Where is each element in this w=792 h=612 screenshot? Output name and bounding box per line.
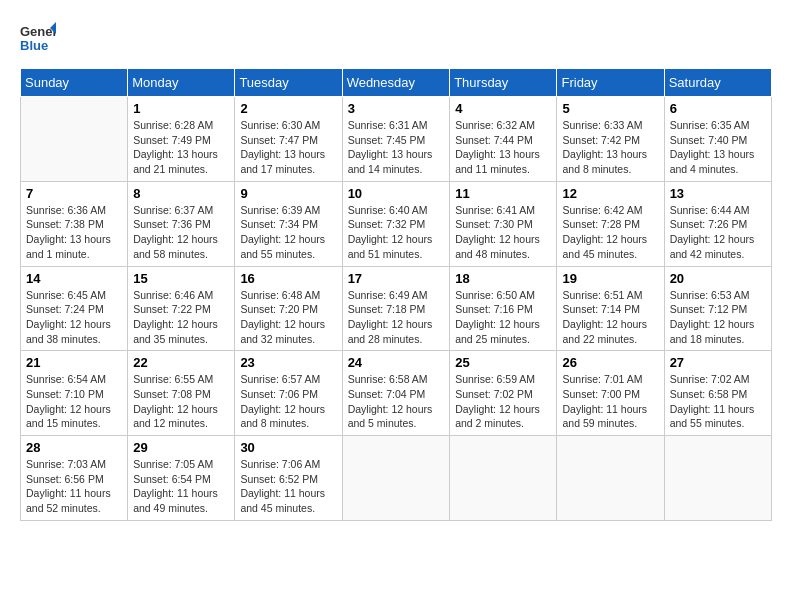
day-number: 15 bbox=[133, 271, 229, 286]
calendar-cell: 21Sunrise: 6:54 AMSunset: 7:10 PMDayligh… bbox=[21, 351, 128, 436]
day-number: 29 bbox=[133, 440, 229, 455]
day-number: 4 bbox=[455, 101, 551, 116]
day-number: 11 bbox=[455, 186, 551, 201]
calendar-cell: 26Sunrise: 7:01 AMSunset: 7:00 PMDayligh… bbox=[557, 351, 664, 436]
day-number: 1 bbox=[133, 101, 229, 116]
calendar-cell: 1Sunrise: 6:28 AMSunset: 7:49 PMDaylight… bbox=[128, 97, 235, 182]
day-number: 17 bbox=[348, 271, 445, 286]
day-info: Sunrise: 6:46 AMSunset: 7:22 PMDaylight:… bbox=[133, 288, 229, 347]
calendar-cell: 20Sunrise: 6:53 AMSunset: 7:12 PMDayligh… bbox=[664, 266, 771, 351]
calendar-week-2: 7Sunrise: 6:36 AMSunset: 7:38 PMDaylight… bbox=[21, 181, 772, 266]
day-number: 12 bbox=[562, 186, 658, 201]
calendar-cell: 25Sunrise: 6:59 AMSunset: 7:02 PMDayligh… bbox=[450, 351, 557, 436]
day-info: Sunrise: 6:45 AMSunset: 7:24 PMDaylight:… bbox=[26, 288, 122, 347]
day-info: Sunrise: 6:35 AMSunset: 7:40 PMDaylight:… bbox=[670, 118, 766, 177]
day-number: 8 bbox=[133, 186, 229, 201]
calendar-cell bbox=[557, 436, 664, 521]
calendar-cell: 14Sunrise: 6:45 AMSunset: 7:24 PMDayligh… bbox=[21, 266, 128, 351]
day-number: 26 bbox=[562, 355, 658, 370]
day-number: 20 bbox=[670, 271, 766, 286]
day-info: Sunrise: 7:01 AMSunset: 7:00 PMDaylight:… bbox=[562, 372, 658, 431]
calendar-cell: 17Sunrise: 6:49 AMSunset: 7:18 PMDayligh… bbox=[342, 266, 450, 351]
day-info: Sunrise: 6:51 AMSunset: 7:14 PMDaylight:… bbox=[562, 288, 658, 347]
day-number: 2 bbox=[240, 101, 336, 116]
page-header: General Blue bbox=[20, 20, 772, 56]
weekday-header-tuesday: Tuesday bbox=[235, 69, 342, 97]
weekday-header-saturday: Saturday bbox=[664, 69, 771, 97]
day-info: Sunrise: 7:03 AMSunset: 6:56 PMDaylight:… bbox=[26, 457, 122, 516]
calendar-cell: 27Sunrise: 7:02 AMSunset: 6:58 PMDayligh… bbox=[664, 351, 771, 436]
day-info: Sunrise: 6:57 AMSunset: 7:06 PMDaylight:… bbox=[240, 372, 336, 431]
day-number: 10 bbox=[348, 186, 445, 201]
svg-text:Blue: Blue bbox=[20, 38, 48, 53]
calendar-cell bbox=[664, 436, 771, 521]
day-number: 21 bbox=[26, 355, 122, 370]
day-number: 24 bbox=[348, 355, 445, 370]
calendar-cell: 23Sunrise: 6:57 AMSunset: 7:06 PMDayligh… bbox=[235, 351, 342, 436]
day-info: Sunrise: 6:48 AMSunset: 7:20 PMDaylight:… bbox=[240, 288, 336, 347]
day-info: Sunrise: 7:02 AMSunset: 6:58 PMDaylight:… bbox=[670, 372, 766, 431]
day-info: Sunrise: 6:39 AMSunset: 7:34 PMDaylight:… bbox=[240, 203, 336, 262]
day-number: 27 bbox=[670, 355, 766, 370]
svg-text:General: General bbox=[20, 24, 56, 39]
calendar-cell: 4Sunrise: 6:32 AMSunset: 7:44 PMDaylight… bbox=[450, 97, 557, 182]
day-info: Sunrise: 6:58 AMSunset: 7:04 PMDaylight:… bbox=[348, 372, 445, 431]
day-info: Sunrise: 6:49 AMSunset: 7:18 PMDaylight:… bbox=[348, 288, 445, 347]
weekday-header-friday: Friday bbox=[557, 69, 664, 97]
logo: General Blue bbox=[20, 20, 56, 56]
calendar-cell: 3Sunrise: 6:31 AMSunset: 7:45 PMDaylight… bbox=[342, 97, 450, 182]
calendar-cell: 29Sunrise: 7:05 AMSunset: 6:54 PMDayligh… bbox=[128, 436, 235, 521]
day-number: 30 bbox=[240, 440, 336, 455]
weekday-header-wednesday: Wednesday bbox=[342, 69, 450, 97]
day-info: Sunrise: 6:28 AMSunset: 7:49 PMDaylight:… bbox=[133, 118, 229, 177]
day-info: Sunrise: 7:06 AMSunset: 6:52 PMDaylight:… bbox=[240, 457, 336, 516]
day-info: Sunrise: 6:31 AMSunset: 7:45 PMDaylight:… bbox=[348, 118, 445, 177]
day-number: 6 bbox=[670, 101, 766, 116]
day-info: Sunrise: 6:59 AMSunset: 7:02 PMDaylight:… bbox=[455, 372, 551, 431]
calendar-cell bbox=[450, 436, 557, 521]
weekday-header-monday: Monday bbox=[128, 69, 235, 97]
calendar-cell: 18Sunrise: 6:50 AMSunset: 7:16 PMDayligh… bbox=[450, 266, 557, 351]
calendar-week-4: 21Sunrise: 6:54 AMSunset: 7:10 PMDayligh… bbox=[21, 351, 772, 436]
logo-icon: General Blue bbox=[20, 20, 56, 56]
calendar-cell: 24Sunrise: 6:58 AMSunset: 7:04 PMDayligh… bbox=[342, 351, 450, 436]
day-number: 16 bbox=[240, 271, 336, 286]
calendar-cell bbox=[21, 97, 128, 182]
weekday-header-thursday: Thursday bbox=[450, 69, 557, 97]
calendar-week-1: 1Sunrise: 6:28 AMSunset: 7:49 PMDaylight… bbox=[21, 97, 772, 182]
day-number: 5 bbox=[562, 101, 658, 116]
day-info: Sunrise: 6:53 AMSunset: 7:12 PMDaylight:… bbox=[670, 288, 766, 347]
calendar-cell: 22Sunrise: 6:55 AMSunset: 7:08 PMDayligh… bbox=[128, 351, 235, 436]
day-number: 14 bbox=[26, 271, 122, 286]
calendar-cell bbox=[342, 436, 450, 521]
day-number: 7 bbox=[26, 186, 122, 201]
calendar-cell: 15Sunrise: 6:46 AMSunset: 7:22 PMDayligh… bbox=[128, 266, 235, 351]
day-number: 13 bbox=[670, 186, 766, 201]
calendar-week-5: 28Sunrise: 7:03 AMSunset: 6:56 PMDayligh… bbox=[21, 436, 772, 521]
calendar-cell: 19Sunrise: 6:51 AMSunset: 7:14 PMDayligh… bbox=[557, 266, 664, 351]
day-info: Sunrise: 7:05 AMSunset: 6:54 PMDaylight:… bbox=[133, 457, 229, 516]
weekday-header-sunday: Sunday bbox=[21, 69, 128, 97]
calendar-cell: 16Sunrise: 6:48 AMSunset: 7:20 PMDayligh… bbox=[235, 266, 342, 351]
day-number: 23 bbox=[240, 355, 336, 370]
day-info: Sunrise: 6:55 AMSunset: 7:08 PMDaylight:… bbox=[133, 372, 229, 431]
day-number: 25 bbox=[455, 355, 551, 370]
day-number: 18 bbox=[455, 271, 551, 286]
day-info: Sunrise: 6:36 AMSunset: 7:38 PMDaylight:… bbox=[26, 203, 122, 262]
calendar-table: SundayMondayTuesdayWednesdayThursdayFrid… bbox=[20, 68, 772, 521]
calendar-cell: 10Sunrise: 6:40 AMSunset: 7:32 PMDayligh… bbox=[342, 181, 450, 266]
day-number: 3 bbox=[348, 101, 445, 116]
day-info: Sunrise: 6:54 AMSunset: 7:10 PMDaylight:… bbox=[26, 372, 122, 431]
day-info: Sunrise: 6:50 AMSunset: 7:16 PMDaylight:… bbox=[455, 288, 551, 347]
calendar-cell: 9Sunrise: 6:39 AMSunset: 7:34 PMDaylight… bbox=[235, 181, 342, 266]
calendar-cell: 12Sunrise: 6:42 AMSunset: 7:28 PMDayligh… bbox=[557, 181, 664, 266]
calendar-cell: 7Sunrise: 6:36 AMSunset: 7:38 PMDaylight… bbox=[21, 181, 128, 266]
calendar-cell: 6Sunrise: 6:35 AMSunset: 7:40 PMDaylight… bbox=[664, 97, 771, 182]
calendar-cell: 2Sunrise: 6:30 AMSunset: 7:47 PMDaylight… bbox=[235, 97, 342, 182]
day-info: Sunrise: 6:30 AMSunset: 7:47 PMDaylight:… bbox=[240, 118, 336, 177]
day-info: Sunrise: 6:37 AMSunset: 7:36 PMDaylight:… bbox=[133, 203, 229, 262]
day-info: Sunrise: 6:44 AMSunset: 7:26 PMDaylight:… bbox=[670, 203, 766, 262]
day-info: Sunrise: 6:42 AMSunset: 7:28 PMDaylight:… bbox=[562, 203, 658, 262]
calendar-cell: 5Sunrise: 6:33 AMSunset: 7:42 PMDaylight… bbox=[557, 97, 664, 182]
calendar-week-3: 14Sunrise: 6:45 AMSunset: 7:24 PMDayligh… bbox=[21, 266, 772, 351]
